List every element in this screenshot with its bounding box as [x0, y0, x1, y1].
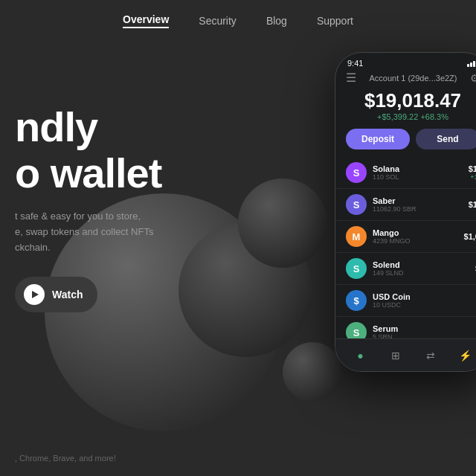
home-icon[interactable]: ●: [353, 347, 369, 364]
token-name-3: Solend: [373, 260, 475, 269]
token-price-block-2: $1,0: [464, 232, 476, 241]
balance-amount: $19,018.47: [335, 89, 476, 112]
settings-icon[interactable]: ⚙: [470, 72, 476, 84]
token-info-0: Solana 110 SOL: [373, 164, 469, 181]
token-name-0: Solana: [373, 164, 469, 173]
token-price-1: $1,: [469, 200, 476, 209]
hero-title-line1: ndly: [15, 104, 161, 150]
token-icon-1: S: [346, 194, 367, 215]
token-price-block-0: $1, +1.: [469, 164, 476, 181]
token-sub-4: 10 USDC: [373, 301, 476, 309]
phone-header: ☰ Account 1 (29de...3e2Z) ⚙: [335, 68, 476, 85]
token-name-4: USD Coin: [373, 292, 476, 301]
token-info-1: Saber 11062.90 SBR: [373, 196, 469, 213]
nav-overview[interactable]: Overview: [123, 13, 169, 28]
account-label: Account 1 (29de...3e2Z): [369, 74, 457, 83]
play-triangle: [32, 291, 39, 298]
token-sub-3: 149 SLND: [373, 269, 475, 277]
token-list: S Solana 110 SOL $1, +1. S Saber 11062.9…: [335, 155, 476, 350]
hero-section: ndly o wallet t safe & easy for you to s…: [15, 104, 161, 312]
hero-title-line2: o wallet: [15, 150, 161, 196]
token-name-2: Mango: [373, 228, 464, 237]
phone-screen: 9:41 ☰ Account 1 (29de...3e2Z) ⚙ $19,018…: [335, 52, 476, 372]
token-price-0: $1,: [469, 164, 476, 173]
hero-subtitle: t safe & easy for you to store, e, swap …: [15, 209, 161, 255]
token-info-4: USD Coin 10 USDC: [373, 292, 476, 309]
token-row[interactable]: S Saber 11062.90 SBR $1,: [335, 189, 476, 221]
hamburger-icon[interactable]: ☰: [346, 71, 356, 85]
status-right: [467, 60, 476, 67]
nav-support[interactable]: Support: [317, 15, 353, 27]
signal-icon: [467, 60, 476, 67]
signal-bar-1: [467, 64, 469, 67]
token-sub-1: 11062.90 SBR: [373, 205, 469, 213]
token-name-1: Saber: [373, 196, 469, 205]
token-icon-3: S: [346, 258, 367, 279]
token-sub-0: 110 SOL: [373, 173, 469, 181]
phone-mockup: 9:41 ☰ Account 1 (29de...3e2Z) ⚙ $19,018…: [335, 52, 476, 439]
token-icon-0: S: [346, 162, 367, 183]
lightning-icon[interactable]: ⚡: [457, 347, 474, 364]
phone-bottom-bar: ● ⊞ ⇄ ⚡: [335, 338, 476, 371]
nav-blog[interactable]: Blog: [266, 15, 287, 27]
phone-balance: $19,018.47 +$5,399.22 +68.3%: [335, 85, 476, 123]
token-change-0: +1.: [469, 173, 476, 181]
token-info-2: Mango 4239 MNGO: [373, 228, 464, 245]
token-price-2: $1,0: [464, 232, 476, 241]
balance-change: +$5,399.22 +68.3%: [335, 112, 476, 121]
watch-button[interactable]: Watch: [15, 277, 97, 312]
bg-sphere-3: [238, 178, 327, 268]
token-info-3: Solend 149 SLND: [373, 260, 475, 277]
phone-notch: [383, 53, 443, 69]
send-button[interactable]: Send: [416, 129, 476, 149]
nav-security[interactable]: Security: [199, 15, 237, 27]
watch-label: Watch: [52, 289, 83, 300]
token-sub-2: 4239 MNGO: [373, 237, 464, 245]
signal-bar-2: [470, 62, 472, 67]
grid-icon[interactable]: ⊞: [387, 347, 404, 364]
token-row[interactable]: S Solend 149 SLND $: [335, 253, 476, 285]
token-icon-4: $: [346, 290, 367, 311]
play-icon: [24, 284, 45, 305]
token-row[interactable]: S Solana 110 SOL $1, +1.: [335, 157, 476, 189]
swap-icon[interactable]: ⇄: [422, 347, 439, 364]
token-price-block-1: $1,: [469, 200, 476, 209]
signal-bar-3: [473, 61, 475, 67]
token-row[interactable]: $ USD Coin 10 USDC: [335, 285, 476, 317]
navigation: Overview Security Blog Support: [0, 0, 476, 42]
token-name-5: Serum: [373, 324, 476, 333]
bg-sphere-4: [283, 342, 342, 402]
token-icon-2: M: [346, 226, 367, 247]
bottom-text: , Chrome, Brave, and more!: [15, 454, 116, 463]
token-row[interactable]: M Mango 4239 MNGO $1,0: [335, 221, 476, 253]
deposit-button[interactable]: Deposit: [346, 129, 410, 149]
phone-actions: Deposit Send: [335, 123, 476, 155]
status-time: 9:41: [347, 59, 363, 68]
